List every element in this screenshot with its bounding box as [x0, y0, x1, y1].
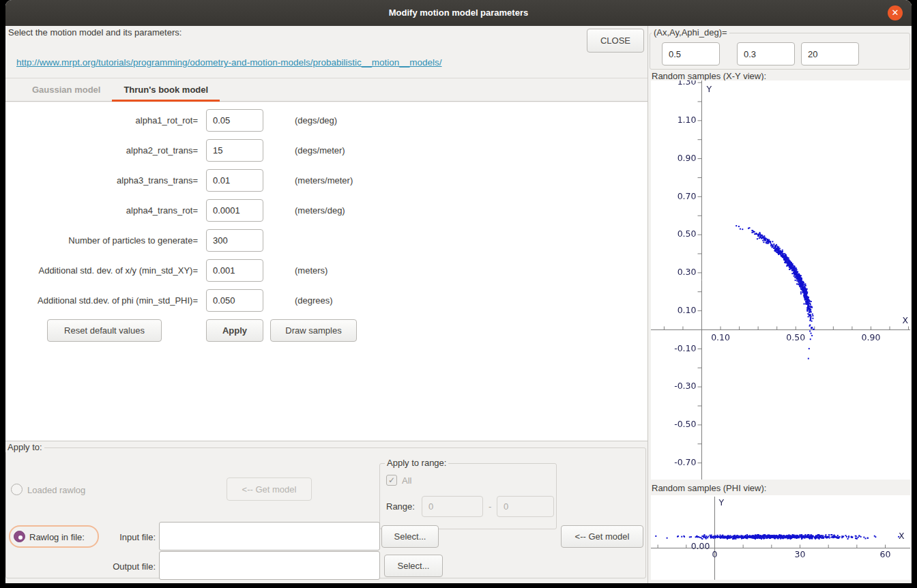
alpha4-input[interactable] — [206, 199, 263, 222]
ax-input[interactable] — [662, 42, 720, 65]
input-file-label: Input file: — [46, 532, 156, 542]
phi-plot-title: Random samples (PHI view): — [652, 483, 766, 493]
min-std-phi-unit: (degrees) — [295, 289, 333, 312]
form-row: alpha3_trans_trans= (meters/meter) — [5, 169, 647, 192]
range-dash: - — [489, 501, 491, 512]
alpha4-label: alpha4_trans_rot= — [5, 199, 198, 222]
instruction-label: Select the motion model and its paramete… — [8, 27, 181, 38]
draw-samples-button[interactable]: Draw samples — [270, 319, 357, 342]
form-row: Additional std. dev. of x/y (min_std_XY)… — [5, 259, 647, 282]
tutorial-link[interactable]: http://www.mrpt.org/tutorials/programmin… — [16, 57, 442, 68]
dialog-window: Modify motion model parameters ✕ Select … — [5, 0, 912, 583]
delta-legend: (Ax,Ay,Aphi_deg)= — [652, 27, 729, 38]
window-title: Modify motion model parameters — [5, 8, 912, 18]
tab-bar: Gaussian model Thrun's book model — [5, 78, 647, 102]
select-output-file-button[interactable]: Select... — [384, 555, 443, 577]
output-file-field[interactable] — [159, 551, 380, 580]
form-row: alpha2_rot_trans= (degs/meter) — [5, 139, 647, 162]
alpha2-unit: (degs/meter) — [295, 139, 345, 162]
loaded-rawlog-label: Loaded rawlog — [27, 485, 85, 495]
alpha4-unit: (meters/deg) — [295, 199, 345, 222]
form-row: Additional std.dev. of phi (min_std_PHI)… — [5, 289, 647, 312]
alpha1-unit: (degs/deg) — [295, 109, 337, 132]
form-row: alpha4_trans_rot= (meters/deg) — [5, 199, 647, 222]
xy-plot-title: Random samples (X-Y view): — [652, 71, 766, 81]
range-all-checkbox: ✓ — [386, 475, 397, 486]
num-particles-input[interactable] — [206, 229, 263, 252]
range-all-label: All — [402, 475, 411, 486]
reset-defaults-button[interactable]: Reset default values — [47, 319, 162, 342]
range-to-input — [497, 496, 554, 517]
select-input-file-button[interactable]: Select... — [381, 525, 439, 548]
ay-input[interactable] — [737, 42, 795, 65]
apply-button[interactable]: Apply — [206, 319, 263, 342]
titlebar[interactable]: Modify motion model parameters ✕ — [5, 0, 912, 26]
alpha1-input[interactable] — [206, 109, 263, 132]
rawlog-in-file-radio[interactable] — [14, 531, 25, 542]
apply-to-legend: Apply to: — [5, 442, 44, 452]
range-label: Range: — [386, 501, 415, 512]
tab-gaussian-model[interactable]: Gaussian model — [20, 78, 112, 101]
tab-thrun-book-model[interactable]: Thrun's book model — [112, 78, 220, 101]
form-row: alpha1_rot_rot= (degs/deg) — [5, 109, 647, 132]
range-from-input — [422, 496, 483, 517]
input-file-field[interactable] — [159, 522, 380, 550]
panel-divider — [647, 26, 648, 583]
alpha3-unit: (meters/meter) — [295, 169, 353, 192]
form-row: Number of particles to generate= — [5, 229, 647, 252]
min-std-xy-unit: (meters) — [295, 259, 328, 282]
min-std-xy-input[interactable] — [206, 259, 263, 282]
xy-scatter-plot[interactable] — [651, 80, 910, 480]
window-close-button[interactable]: ✕ — [888, 5, 903, 20]
get-model-bottom-button[interactable]: <-- Get model — [561, 525, 643, 548]
alpha1-label: alpha1_rot_rot= — [5, 109, 198, 132]
check-icon: ✓ — [388, 475, 395, 485]
min-std-phi-input[interactable] — [206, 289, 263, 312]
close-icon: ✕ — [892, 8, 899, 18]
alpha2-label: alpha2_rot_trans= — [5, 139, 198, 162]
thrun-model-tab-page: alpha1_rot_rot= (degs/deg) alpha2_rot_tr… — [5, 102, 647, 441]
phi-scatter-plot[interactable] — [651, 495, 910, 580]
loaded-rawlog-radio — [11, 484, 23, 495]
alpha2-input[interactable] — [206, 139, 263, 162]
aphi-input[interactable] — [801, 42, 859, 65]
close-dialog-button[interactable]: CLOSE — [587, 29, 644, 53]
active-tab-underline — [112, 100, 220, 102]
output-file-label: Output file: — [46, 561, 156, 572]
alpha3-label: alpha3_trans_trans= — [5, 169, 198, 192]
num-particles-label: Number of particles to generate= — [5, 229, 198, 252]
min-std-xy-label: Additional std. dev. of x/y (min_std_XY)… — [5, 259, 198, 282]
get-model-top-button: <-- Get model — [227, 477, 312, 501]
apply-to-range-legend: Apply to range: — [385, 458, 448, 468]
alpha3-input[interactable] — [206, 169, 263, 192]
min-std-phi-label: Additional std.dev. of phi (min_std_PHI)… — [5, 289, 198, 312]
